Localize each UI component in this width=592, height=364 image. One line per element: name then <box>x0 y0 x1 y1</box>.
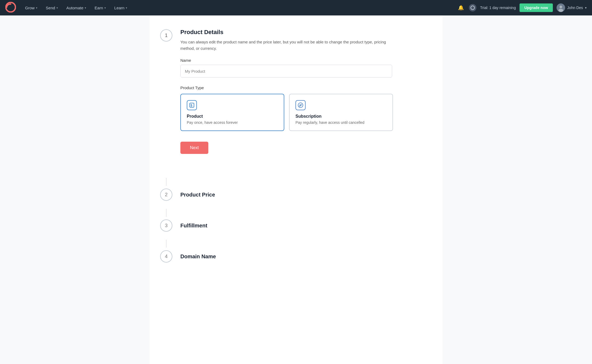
chevron-down-icon: ▾ <box>36 6 37 9</box>
step-4-title: Domain Name <box>180 253 216 260</box>
chevron-down-icon: ▾ <box>126 6 127 9</box>
svg-point-3 <box>559 6 562 8</box>
svg-text:$: $ <box>299 104 301 107</box>
product-type-product-card[interactable]: $ Product Pay once, have access forever <box>180 94 284 131</box>
step-1-number: 1 <box>160 29 172 42</box>
nav-links: Grow ▾ Send ▾ Automate ▾ Earn ▾ Learn ▾ <box>21 3 457 12</box>
step-4-number: 4 <box>160 250 172 263</box>
product-card-desc: Pay once, have access forever <box>187 120 278 125</box>
navigation: Grow ▾ Send ▾ Automate ▾ Earn ▾ Learn ▾ … <box>0 0 592 15</box>
step-1: 1 Product Details You can always edit th… <box>160 29 432 167</box>
nav-right: 🔔 Trial: 1 day remaining Upgrade now Joh… <box>457 3 587 12</box>
nav-send[interactable]: Send ▾ <box>42 3 62 12</box>
chevron-down-icon: ▾ <box>56 6 58 9</box>
product-type-label: Product Type <box>180 85 432 90</box>
chevron-down-icon: ▾ <box>104 6 106 9</box>
user-chevron-icon: ▾ <box>585 6 587 10</box>
nav-earn[interactable]: Earn ▾ <box>91 3 110 12</box>
product-type-options: $ Product Pay once, have access forever <box>180 94 432 131</box>
avatar <box>557 3 565 12</box>
product-type-subscription-card[interactable]: $ Subscription Pay regularly, have acces… <box>289 94 393 131</box>
user-menu[interactable]: John Des ▾ <box>557 3 587 12</box>
logo[interactable] <box>5 2 21 14</box>
svg-point-1 <box>471 6 475 10</box>
step-2-title: Product Price <box>180 192 215 198</box>
step-2: 2 Product Price <box>160 189 432 201</box>
nav-automate[interactable]: Automate ▾ <box>63 3 90 12</box>
subscription-card-desc: Pay regularly, have access until cancell… <box>295 120 387 125</box>
name-label: Name <box>180 58 432 63</box>
trial-text: Trial: 1 day remaining <box>480 6 516 10</box>
nav-learn[interactable]: Learn ▾ <box>111 3 131 12</box>
product-card-name: Product <box>187 114 278 119</box>
step-4: 4 Domain Name <box>160 250 432 263</box>
step-connector-1-2 <box>166 178 167 186</box>
svg-point-4 <box>558 9 563 12</box>
step-1-content: Product Details You can always edit the … <box>180 29 432 167</box>
notification-bell-icon[interactable]: 🔔 <box>457 3 465 12</box>
chevron-down-icon: ▾ <box>85 6 86 9</box>
product-name-input[interactable] <box>180 65 392 77</box>
step-3-title: Fulfillment <box>180 223 207 229</box>
next-button[interactable]: Next <box>180 142 208 154</box>
step-2-number: 2 <box>160 189 172 201</box>
upgrade-button[interactable]: Upgrade now <box>520 3 553 12</box>
step-3-number: 3 <box>160 219 172 232</box>
user-name: John Des <box>567 6 583 10</box>
step-1-description: You can always edit the product name and… <box>180 39 391 52</box>
nav-grow[interactable]: Grow ▾ <box>21 3 41 12</box>
search-circle-icon[interactable] <box>469 4 476 11</box>
subscription-icon: $ <box>295 100 306 110</box>
step-connector-3-4 <box>166 240 167 248</box>
step-3: 3 Fulfillment <box>160 219 432 232</box>
svg-text:$: $ <box>190 104 192 107</box>
subscription-card-name: Subscription <box>295 114 387 119</box>
step-1-title: Product Details <box>180 29 432 36</box>
product-icon: $ <box>187 100 197 110</box>
step-connector-2-3 <box>166 209 167 217</box>
main-content: 1 Product Details You can always edit th… <box>149 15 443 364</box>
